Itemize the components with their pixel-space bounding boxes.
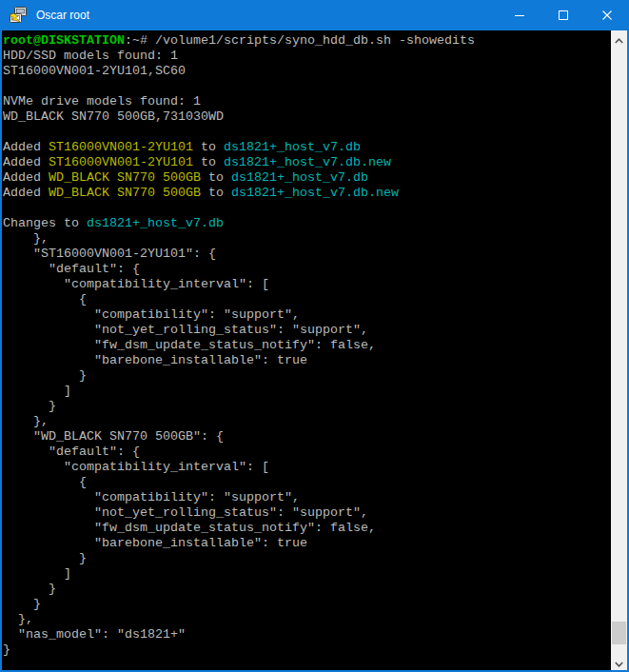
terminal-line: "not_yet_rolling_status": "support", [3, 323, 611, 338]
terminal-line: } [3, 399, 611, 414]
close-button[interactable] [585, 0, 629, 30]
terminal-line: ] [3, 566, 611, 582]
terminal-line: "default": { [3, 445, 611, 460]
scroll-down-button[interactable] [611, 654, 627, 670]
terminal-line: } [3, 368, 611, 384]
terminal-line: Added ST16000VN001-2YU101 to ds1821+_hos… [3, 140, 611, 155]
terminal-line: "fw_dsm_update_status_notify": false, [3, 521, 611, 536]
terminal-line: "barebone_installable": true [3, 353, 611, 368]
terminal-line: }, [3, 231, 611, 247]
scrollbar-thumb[interactable] [612, 622, 626, 644]
minimize-button[interactable] [498, 0, 541, 30]
terminal-line: HDD/SSD models found: 1 [3, 49, 611, 64]
terminal-line: Changes to ds1821+_host_v7.db [3, 216, 611, 231]
chevron-up-icon [615, 30, 623, 48]
terminal-line: { [3, 475, 611, 490]
terminal-line: "nas_model": "ds1821+" [3, 627, 611, 642]
terminal-line [3, 79, 611, 94]
maximize-icon [559, 7, 568, 24]
terminal-line: } [3, 597, 611, 612]
terminal-line: "not_yet_rolling_status": "support", [3, 505, 611, 521]
scroll-up-button[interactable] [611, 30, 627, 47]
terminal-line: "compatibility": "support", [3, 307, 611, 323]
terminal-line: } [3, 551, 611, 566]
terminal-line: "compatibility_interval": [ [3, 460, 611, 475]
terminal-line: "default": { [3, 262, 611, 277]
terminal-line: }, [3, 414, 611, 429]
terminal-line: Added WD_BLACK SN770 500GB to ds1821+_ho… [3, 170, 611, 186]
window-title: Oscar root [36, 9, 89, 22]
terminal-line: "barebone_installable": true [3, 536, 611, 551]
terminal-line: { [3, 292, 611, 307]
scrollbar[interactable] [611, 30, 627, 670]
close-icon [602, 7, 612, 24]
terminal-line: ] [3, 384, 611, 399]
terminal-line [3, 201, 611, 216]
chevron-down-icon [615, 654, 623, 671]
terminal-line: NVMe drive models found: 1 [3, 94, 611, 109]
terminal-line: Added WD_BLACK SN770 500GB to ds1821+_ho… [3, 186, 611, 201]
terminal-line: "fw_dsm_update_status_notify": false, [3, 338, 611, 353]
putty-window: Oscar root root@DISKSTATION:~# /volume1/… [0, 0, 629, 672]
terminal-line: ST16000VN001-2YU101,SC60 [3, 64, 611, 79]
terminal-line: "ST16000VN001-2YU101": { [3, 247, 611, 262]
terminal-line: } [3, 582, 611, 597]
minimize-icon [515, 7, 524, 24]
putty-app-icon [9, 6, 28, 25]
terminal-line: "compatibility_interval": [ [3, 277, 611, 292]
terminal-line: Added ST16000VN001-2YU101 to ds1821+_hos… [3, 155, 611, 170]
terminal-line: "WD_BLACK SN770 500GB": { [3, 429, 611, 445]
window-controls [498, 0, 629, 30]
terminal-line: WD_BLACK SN770 500GB,731030WD [3, 109, 611, 125]
terminal-line: } [3, 642, 611, 658]
terminal-line: "compatibility": "support", [3, 490, 611, 505]
terminal-line: root@DISKSTATION:~# /volume1/scripts/syn… [3, 33, 611, 49]
maximize-button[interactable] [541, 0, 585, 30]
terminal-output[interactable]: root@DISKSTATION:~# /volume1/scripts/syn… [2, 30, 611, 670]
titlebar[interactable]: Oscar root [0, 0, 629, 30]
terminal-line: }, [3, 612, 611, 627]
terminal-line [3, 125, 611, 140]
